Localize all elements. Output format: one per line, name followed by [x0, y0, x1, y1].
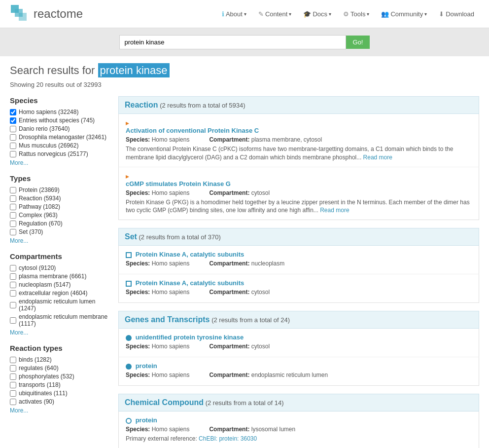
set-section: Set (2 results from a total of 370) Prot… — [118, 228, 479, 303]
nav-tools[interactable]: ⚙ Tools ▾ — [338, 7, 374, 21]
rxtype-ubiquitinates[interactable]: ubiquitinates (111) — [10, 390, 108, 397]
rxtype-regulates[interactable]: regulates (640) — [10, 365, 108, 372]
table-row: Protein Kinase A, catalytic subunits Spe… — [118, 246, 479, 274]
reaction-section-title: Reaction — [125, 101, 158, 109]
chem-result-1-reflink[interactable]: ChEBI: protein: 36030 — [199, 435, 257, 442]
genes-section-title: Genes and Transcripts — [125, 315, 210, 324]
tools-chevron: ▾ — [367, 11, 369, 17]
comp-er-membrane[interactable]: endoplasmic reticulum membrane (1117) — [10, 313, 108, 327]
content-chevron: ▾ — [289, 11, 291, 17]
type-protein[interactable]: Protein (23869) — [10, 187, 108, 193]
reaction-result-2-readmore[interactable]: Read more — [320, 207, 349, 214]
chemical-section: Chemical Compound (2 results from a tota… — [118, 394, 479, 448]
comp-cytosol[interactable]: cytosol (9120) — [10, 264, 108, 271]
reaction-section: Reaction (2 results from a total of 5934… — [118, 96, 479, 220]
species-danio-rerio[interactable]: Danio rerio (37640) — [10, 125, 108, 132]
reaction-result-2-desc: Protein Kinase G (PKG) is a homodimer he… — [126, 198, 472, 215]
set-result-2-title[interactable]: Protein Kinase A, catalytic subunits — [136, 279, 244, 287]
reaction-result-1-title[interactable]: Activation of conventional Protein Kinas… — [126, 127, 472, 134]
nav-docs[interactable]: 🎓 Docs ▾ — [298, 7, 336, 21]
nav-download[interactable]: ⬇ Download — [434, 7, 479, 21]
chem-result-1-meta: Species: Homo sapiens Compartment: lysos… — [126, 426, 472, 433]
comp-plasma-membrane[interactable]: plasma membrane (6661) — [10, 273, 108, 280]
chem-result-1-title[interactable]: protein — [136, 416, 157, 424]
svg-rect-2 — [19, 13, 27, 21]
species-rattus[interactable]: Rattus norvegicus (25177) — [10, 150, 108, 157]
logo-text: reactome — [34, 7, 83, 21]
chemical-section-header: Chemical Compound (2 results from a tota… — [118, 394, 479, 411]
content-icon: ✎ — [258, 10, 264, 18]
type-set[interactable]: Set (370) — [10, 228, 108, 235]
reaction-result-2-title[interactable]: cGMP stimulates Protein Kinase G — [126, 180, 472, 187]
species-mus-musculus[interactable]: Mus musculus (26962) — [10, 142, 108, 149]
content-area: Species Homo sapiens (32248) Entries wit… — [10, 96, 479, 448]
nav-about[interactable]: ℹ About ▾ — [217, 7, 251, 21]
header: reactome ℹ About ▾ ✎ Content ▾ 🎓 Docs ▾ … — [0, 0, 489, 28]
comp-nucleoplasm[interactable]: nucleoplasm (5147) — [10, 281, 108, 288]
info-icon: ℹ — [222, 10, 224, 18]
rxtype-binds[interactable]: binds (1282) — [10, 356, 108, 363]
types-more[interactable]: More... — [10, 237, 108, 244]
table-row: unidentified protein tyrosine kinase Spe… — [118, 329, 479, 357]
search-button[interactable]: Go! — [346, 36, 370, 49]
genes-section-count: (2 results from a total of 24) — [211, 316, 290, 324]
gene-result-1-meta: Species: Homo sapiens Compartment: cytos… — [126, 343, 472, 350]
reaction-result-1-meta: Species: Homo sapiens Compartment: plasm… — [126, 136, 472, 143]
reaction-section-count: (2 results from a total of 5934) — [160, 102, 245, 109]
type-regulation[interactable]: Regulation (670) — [10, 220, 108, 227]
set-section-count: (2 results from a total of 370) — [139, 233, 221, 241]
compartments-more[interactable]: More... — [10, 329, 108, 336]
logo[interactable]: reactome — [10, 4, 83, 24]
main-content: Search results for protein kinase Showin… — [0, 56, 489, 448]
results-area: Reaction (2 results from a total of 5934… — [118, 96, 479, 448]
rxtype-transports[interactable]: transports (118) — [10, 381, 108, 388]
gene-result-1-title[interactable]: unidentified protein tyrosine kinase — [136, 334, 244, 341]
gene-icon-2 — [126, 364, 132, 370]
set-section-title: Set — [125, 232, 137, 241]
gene-result-2-title[interactable]: protein — [136, 362, 157, 370]
community-chevron: ▾ — [424, 11, 427, 17]
set-icon-1 — [126, 252, 132, 258]
chem-result-1-ref: Primary external reference: ChEBI: prote… — [126, 435, 472, 443]
reaction-types-title: Reaction types — [10, 344, 108, 352]
download-icon: ⬇ — [439, 10, 444, 18]
rxtype-phosphorylates[interactable]: phosphorylates (532) — [10, 373, 108, 380]
reaction-types-filter: Reaction types binds (1282) regulates (6… — [10, 344, 108, 414]
chemical-section-count: (2 results from a total of 14) — [206, 399, 284, 407]
gene-icon-1 — [126, 335, 132, 341]
compartments-filter: Compartments cytosol (9120) plasma membr… — [10, 252, 108, 336]
species-homo-sapiens[interactable]: Homo sapiens (32248) — [10, 109, 108, 115]
types-filter: Types Protein (23869) Reaction (5934) Pa… — [10, 174, 108, 244]
species-no-species[interactable]: Entries without species (745) — [10, 117, 108, 124]
rxtype-activates[interactable]: activates (90) — [10, 398, 108, 405]
set-result-1-meta: Species: Homo sapiens Compartment: nucle… — [126, 260, 472, 267]
reaction-result-2-meta: Species: Homo sapiens Compartment: cytos… — [126, 189, 472, 196]
type-complex[interactable]: Complex (963) — [10, 212, 108, 219]
search-title: Search results for protein kinase — [10, 64, 479, 77]
nav-content[interactable]: ✎ Content ▾ — [253, 7, 297, 21]
results-count: Showing 20 results out of 32993 — [10, 81, 479, 88]
species-drosophila[interactable]: Drosophila melanogaster (32461) — [10, 134, 108, 141]
tools-icon: ⚙ — [343, 10, 349, 18]
set-section-header: Set (2 results from a total of 370) — [118, 228, 479, 246]
reaction-types-more[interactable]: More... — [10, 407, 108, 414]
nav-community[interactable]: 👥 Community ▾ — [376, 7, 432, 21]
table-row: Protein Kinase A, catalytic subunits Spe… — [118, 274, 479, 303]
genes-section-header: Genes and Transcripts (2 results from a … — [118, 311, 479, 329]
reaction-section-header: Reaction (2 results from a total of 5934… — [118, 96, 479, 114]
gene-result-2-meta: Species: Homo sapiens Compartment: endop… — [126, 372, 472, 378]
logo-icon — [10, 4, 30, 24]
about-chevron: ▾ — [244, 11, 246, 17]
sidebar: Species Homo sapiens (32248) Entries wit… — [10, 96, 108, 448]
search-query-highlight: protein kinase — [98, 63, 170, 77]
comp-er-lumen[interactable]: endoplasmic reticulum lumen (1247) — [10, 298, 108, 312]
type-reaction[interactable]: Reaction (5934) — [10, 195, 108, 202]
comp-extracellular[interactable]: extracellular region (4604) — [10, 290, 108, 297]
set-result-1-title[interactable]: Protein Kinase A, catalytic subunits — [136, 251, 244, 258]
reaction-result-1-readmore[interactable]: Read more — [363, 154, 392, 161]
reaction-icon-2: ▸ — [126, 172, 129, 180]
set-result-2-meta: Species: Homo sapiens Compartment: cytos… — [126, 289, 472, 296]
species-more[interactable]: More... — [10, 159, 108, 166]
type-pathway[interactable]: Pathway (1082) — [10, 203, 108, 210]
search-input[interactable] — [119, 35, 346, 49]
